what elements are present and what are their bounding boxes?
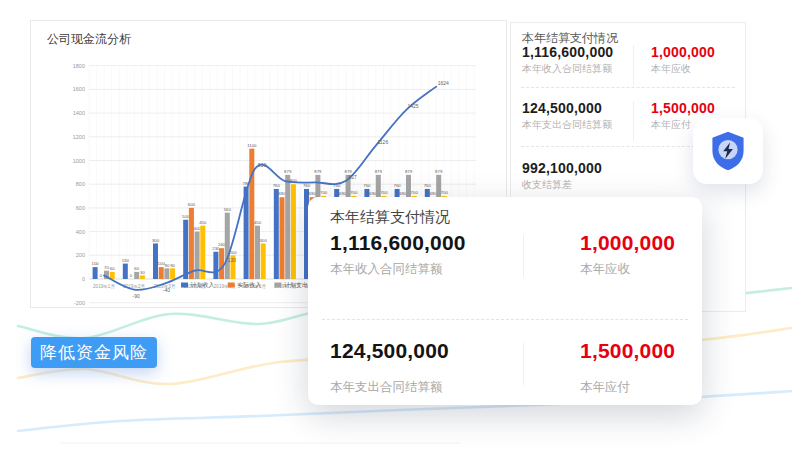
bar-value-label: 700 [411,190,419,195]
bar-value-label: 300 [152,238,160,243]
bar-value-label: 879 [435,169,443,174]
bar-value-label: 879 [314,169,322,174]
balance-value: 992,100,000 [522,160,602,176]
bar-value-label: 760 [394,183,402,188]
popup-title: 本年结算支付情况 [330,208,450,227]
payable-value: 1,500,000 [651,100,715,116]
chart-title: 公司现金流分析 [47,31,131,48]
bar-实际支出 [110,272,115,279]
panel-column-divider [633,45,634,85]
bar-value-label: 130 [122,258,130,263]
popup-receivable-value: 1,000,000 [580,231,675,255]
y-tick-label: 1800 [73,63,85,69]
popup-payable-label: 本年应付 [580,379,630,396]
payable-label: 本年应付 [651,118,691,132]
bar-计划收入 [213,252,218,279]
line-value-label: 1126 [377,139,388,145]
bar-实际收入 [219,248,224,279]
income-settlement-label: 本年收入合同结算额 [522,62,612,76]
line-value-label: 1425 [407,103,418,109]
legend-label: 实际收入 [237,281,261,289]
y-tick-label: 600 [76,205,85,211]
receivable-label: 本年应收 [651,62,691,76]
security-card[interactable] [693,118,763,184]
bar-value-label: 879 [405,169,413,174]
bar-value-label: 100 [92,261,100,266]
bar-value-label: 690 [369,191,377,196]
settlement-popup[interactable]: 本年结算支付情况 1,116,600,000 本年收入合同结算额 1,000,0… [308,197,702,405]
line-value-label: 930 [258,162,267,168]
bar-value-label: 690 [429,191,437,196]
popup-column-divider [523,235,524,277]
bar-value-label: 0 [100,273,103,278]
bar-计划收入 [183,220,188,279]
bar-value-label: 879 [375,169,383,174]
line-value-label: 1624 [438,80,449,86]
panel-divider [521,87,735,88]
bar-value-label: 1100 [247,143,257,148]
y-tick-label: 200 [76,252,85,258]
bar-value-label: 700 [380,190,388,195]
receivable-value: 1,000,000 [651,44,715,60]
bar-value-label: 90 [170,263,175,268]
legend-swatch [274,283,281,288]
popup-column-divider [523,343,524,385]
bar-value-label: 700 [320,190,328,195]
bar-实际支出 [291,184,296,279]
y-tick-label: 1600 [73,86,85,92]
popup-income-settlement-value: 1,116,600,000 [330,231,466,255]
popup-receivable-label: 本年应收 [580,261,630,278]
bar-value-label: 60 [110,266,115,271]
bar-value-label: 760 [363,183,371,188]
balance-label: 收支结算差 [522,178,572,192]
shield-bolt-icon [706,128,750,174]
y-tick-label: 800 [76,181,85,187]
popup-expense-settlement-value: 124,500,000 [330,339,449,363]
x-tick-label: 2019年1月 [93,284,115,290]
bar-计划收入 [123,264,128,279]
y-tick-label: 1200 [73,134,85,140]
bar-value-label: 260 [218,242,226,247]
bar-计划支出 [255,226,260,279]
bar-计划收入 [93,267,98,279]
bar-实际收入 [159,267,164,279]
bar-value-label: 690 [399,191,407,196]
bar-value-label: 300 [260,238,268,243]
bar-value-label: 600 [188,202,196,207]
risk-badge[interactable]: 降低资金风险 [31,337,157,368]
bar-value-label: 450 [199,220,207,225]
expense-settlement-label: 本年支出合同结算额 [522,118,612,132]
bar-value-label: 30 [140,270,145,275]
dashboard-stage: -200020040060080010001200140016001800201… [0,0,792,459]
bar-实际支出 [140,275,145,279]
bar-value-label: 690 [339,191,347,196]
bar-实际收入 [249,149,254,279]
bar-计划支出 [285,175,290,279]
bar-value-label: 760 [424,183,432,188]
line-value-label: -90 [133,293,140,299]
bar-value-label: 60 [134,266,139,271]
bar-计划支出 [225,213,230,279]
y-tick-label: 1400 [73,110,85,116]
popup-divider [322,319,688,320]
bar-计划支出 [134,272,139,279]
bar-实际收入 [189,208,194,279]
y-tick-label: -200 [74,300,85,306]
legend-label: 计划支出 [284,282,308,289]
bar-value-label: 70 [104,265,109,270]
income-settlement-value: 1,116,600,000 [522,44,613,60]
legend-label: 计划收入 [191,281,215,289]
legend-swatch [181,283,188,288]
bar-计划收入 [274,189,279,279]
bar-value-label: 760 [273,183,281,188]
y-tick-label: 0 [82,276,85,282]
bar-value-label: 700 [441,190,449,195]
popup-income-settlement-label: 本年收入合同结算额 [330,261,443,278]
y-tick-label: 400 [76,229,85,235]
bar-计划支出 [195,232,200,279]
bar-value-label: 760 [303,183,311,188]
bar-value-label: 400 [194,226,202,231]
line-value-label: -40 [163,287,170,293]
bar-实际支出 [261,243,266,279]
bar-value-label: 450 [254,220,262,225]
